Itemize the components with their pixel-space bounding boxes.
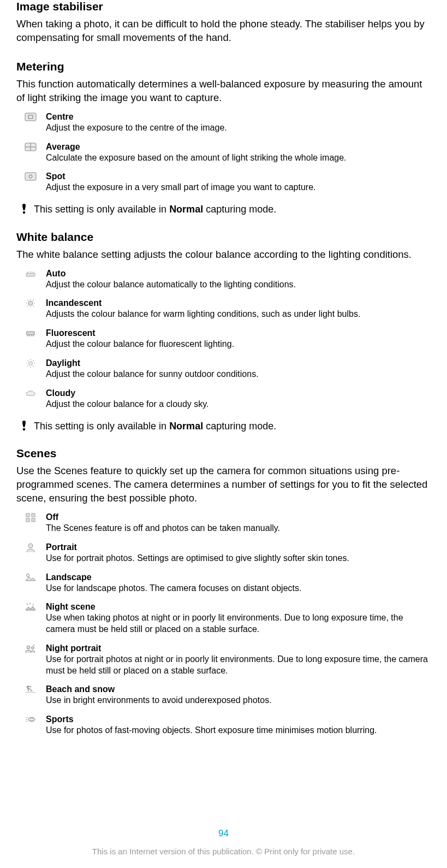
- copyright-text: This is an Internet version of this publ…: [0, 847, 447, 856]
- list-item: Auto Adjust the colour balance automatic…: [16, 268, 431, 291]
- svg-rect-8: [26, 273, 35, 276]
- item-desc: Adjusts the colour balance for warm ligh…: [46, 309, 431, 320]
- note-text: This setting is only available in Normal…: [32, 420, 431, 433]
- section-metering: Metering This function automatically det…: [16, 60, 431, 193]
- svg-point-36: [28, 544, 33, 548]
- intro-scenes: Use the Scenes feature to quickly set up…: [16, 464, 431, 505]
- svg-point-38: [27, 604, 28, 605]
- item-title: Off: [46, 512, 431, 523]
- intro-metering: This function automatically determines a…: [16, 78, 431, 105]
- wb-fluorescent-icon: [23, 328, 38, 338]
- item-title: Beach and snow: [46, 684, 431, 695]
- svg-point-43: [33, 645, 34, 646]
- scenes-landscape-icon: [23, 572, 38, 582]
- list-item: Beach and snow Use in bright environment…: [16, 684, 431, 706]
- svg-line-31: [33, 360, 34, 361]
- list-item: Average Calculate the exposure based on …: [16, 141, 431, 164]
- svg-point-42: [32, 646, 34, 649]
- item-title: Spot: [46, 171, 431, 182]
- svg-point-39: [29, 603, 31, 604]
- list-item: Night scene Use when taking photos at ni…: [16, 601, 431, 635]
- metering-spot-icon: [23, 171, 38, 181]
- svg-point-40: [33, 604, 34, 605]
- list-item: Daylight Adjust the colour balance for s…: [16, 358, 431, 380]
- list-item: Sports Use for photos of fast-moving obj…: [16, 714, 431, 736]
- heading-image-stabiliser: Image stabiliser: [16, 0, 431, 13]
- warning-icon: [16, 203, 32, 214]
- note-metering: This setting is only available in Normal…: [16, 203, 431, 216]
- svg-rect-6: [25, 173, 36, 180]
- list-item: Centre Adjust the exposure to the centre…: [16, 111, 431, 134]
- heading-white-balance: White balance: [16, 231, 431, 244]
- wb-cloudy-icon: [23, 388, 38, 398]
- item-title: Auto: [46, 268, 431, 279]
- svg-rect-32: [26, 513, 29, 517]
- list-item: Landscape Use for landscape photos. The …: [16, 572, 431, 594]
- list-item: Portrait Use for portrait photos. Settin…: [16, 542, 431, 564]
- item-desc: Adjust the colour balance for sunny outd…: [46, 369, 431, 380]
- svg-rect-1: [25, 113, 36, 121]
- note-white-balance: This setting is only available in Normal…: [16, 420, 431, 433]
- item-title: Night scene: [46, 601, 431, 612]
- svg-line-15: [33, 305, 34, 306]
- svg-line-28: [27, 360, 28, 361]
- intro-image-stabiliser: When taking a photo, it can be difficult…: [16, 17, 431, 45]
- item-desc: Calculate the exposure based on the amou…: [46, 152, 431, 164]
- svg-line-16: [27, 305, 28, 306]
- item-title: Daylight: [46, 358, 431, 369]
- item-desc: Adjust the colour balance for fluorescen…: [46, 339, 431, 350]
- note-text: This setting is only available in Normal…: [32, 203, 431, 216]
- wb-incandescent-icon: [23, 298, 38, 308]
- item-title: Sports: [46, 714, 431, 725]
- section-white-balance: White balance The white balance setting …: [16, 231, 431, 410]
- item-desc: Adjust the colour balance for a cloudy s…: [46, 399, 431, 410]
- scenes-night-portrait-icon: [23, 643, 38, 654]
- svg-line-29: [33, 365, 34, 367]
- svg-point-23: [29, 362, 33, 365]
- metering-centre-icon: [23, 111, 38, 122]
- item-desc: Adjust the exposure in a very small part…: [46, 182, 431, 193]
- item-desc: Use in bright environments to avoid unde…: [46, 695, 431, 706]
- list-item: Off The Scenes feature is off and photos…: [16, 512, 431, 534]
- intro-white-balance: The white balance setting adjusts the co…: [16, 248, 431, 262]
- item-title: Cloudy: [46, 388, 431, 399]
- svg-rect-18: [27, 332, 34, 335]
- heading-scenes: Scenes: [16, 447, 431, 460]
- item-desc: Use for photos of fast-moving objects. S…: [46, 725, 431, 736]
- item-desc: Use for portrait photos. Settings are op…: [46, 553, 431, 564]
- wb-auto-icon: [23, 268, 38, 279]
- item-title: Average: [46, 141, 431, 152]
- warning-icon: [16, 420, 32, 431]
- page-footer: 94 This is an Internet version of this p…: [0, 828, 447, 856]
- list-item: Night portrait Use for portrait photos a…: [16, 643, 431, 677]
- item-title: Incandescent: [46, 298, 431, 309]
- item-desc: Use for landscape photos. The camera foc…: [46, 583, 431, 594]
- item-title: Centre: [46, 111, 431, 122]
- page-number: 94: [0, 828, 447, 839]
- svg-rect-34: [26, 518, 29, 522]
- scenes-off-icon: [23, 512, 38, 522]
- section-scenes: Scenes Use the Scenes feature to quickly…: [16, 447, 431, 736]
- item-title: Portrait: [46, 542, 431, 553]
- scenes-night-icon: [23, 601, 38, 612]
- item-title: Night portrait: [46, 643, 431, 654]
- section-image-stabiliser: Image stabiliser When taking a photo, it…: [16, 0, 431, 45]
- list-item: Incandescent Adjusts the colour balance …: [16, 298, 431, 320]
- list-item: Fluorescent Adjust the colour balance fo…: [16, 328, 431, 350]
- wb-daylight-icon: [23, 358, 38, 368]
- svg-point-9: [28, 301, 33, 305]
- heading-metering: Metering: [16, 60, 431, 73]
- item-desc: Use when taking photos at night or in po…: [46, 612, 431, 635]
- item-desc: Use for portrait photos at night or in p…: [46, 654, 431, 677]
- svg-rect-33: [32, 513, 35, 517]
- list-item: Spot Adjust the exposure in a very small…: [16, 171, 431, 193]
- item-desc: Adjust the exposure to the centre of the…: [46, 122, 431, 134]
- item-desc: The Scenes feature is off and photos can…: [46, 523, 431, 534]
- item-title: Landscape: [46, 572, 431, 583]
- scenes-portrait-icon: [23, 542, 38, 553]
- metering-average-icon: [23, 141, 38, 152]
- svg-line-30: [27, 365, 28, 367]
- item-desc: Adjust the colour balance automatically …: [46, 279, 431, 291]
- svg-line-14: [27, 300, 28, 301]
- list-item: Cloudy Adjust the colour balance for a c…: [16, 388, 431, 410]
